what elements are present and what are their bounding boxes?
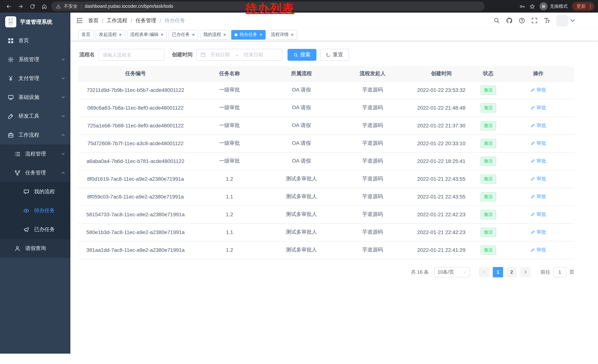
approve-button[interactable]: 审批: [531, 176, 546, 182]
tab-home[interactable]: 首页: [78, 30, 94, 40]
status-badge: 激活: [480, 210, 496, 219]
approve-button[interactable]: 审批: [531, 229, 546, 235]
fullscreen-icon[interactable]: [531, 17, 538, 24]
dashboard-icon: [8, 38, 14, 43]
next-page-button[interactable]: [520, 267, 531, 277]
status-badge: 激活: [480, 103, 496, 112]
sidebar-item-task-management[interactable]: 任务管理: [0, 163, 70, 182]
approve-button[interactable]: 审批: [531, 158, 546, 164]
task-name: 1.1: [193, 223, 266, 241]
chevron-down-icon: [61, 114, 65, 118]
sidebar-item-label: 任务管理: [25, 170, 46, 176]
browser-back-button[interactable]: [4, 1, 13, 11]
update-button[interactable]: 更新: [572, 2, 594, 11]
sidebar-item-home[interactable]: 首页: [0, 31, 70, 50]
sidebar-item-process-management[interactable]: 流程管理: [0, 145, 70, 163]
sidebar-item-done-task[interactable]: 已办任务: [0, 220, 70, 239]
initiator: 芋道源码: [337, 188, 408, 205]
search-button[interactable]: 搜索: [288, 49, 316, 61]
tab-close-icon[interactable]: ×: [224, 32, 226, 37]
browser-toolbar-right: 无痕模式 更新: [519, 2, 594, 11]
tab-todo-task[interactable]: 待办任务×: [231, 30, 266, 40]
initiator: 芋道源码: [337, 99, 408, 117]
tab-process-detail[interactable]: 流程详情×: [267, 30, 297, 40]
tab-close-icon[interactable]: ×: [259, 32, 262, 37]
approve-button[interactable]: 审批: [531, 140, 546, 147]
page-size-select[interactable]: 10条/页: [434, 267, 470, 277]
breadcrumb-item[interactable]: 工作流程: [107, 17, 127, 24]
prev-page-button[interactable]: [479, 267, 490, 277]
edit-icon: [531, 212, 535, 217]
sidebar-item-todo-task[interactable]: 待办任务: [0, 201, 70, 220]
approve-button[interactable]: 审批: [531, 193, 546, 200]
tab-process-form-edit[interactable]: 流程表单-编辑×: [127, 30, 167, 40]
app-logo-row[interactable]: 芋道管理系统: [0, 13, 70, 31]
process-name: 测试多审批人: [266, 205, 337, 223]
page-button-1[interactable]: 1: [493, 267, 503, 277]
approve-button[interactable]: 审批: [531, 247, 546, 253]
tab-close-icon[interactable]: ×: [161, 32, 163, 37]
tab-label: 我的流程: [203, 32, 221, 38]
sidebar-item-infrastructure[interactable]: 基础设施: [0, 88, 70, 107]
table-header-row: 任务编号任务名称所属流程流程发起人创建时间状态操作: [78, 66, 574, 81]
bookmark-star-icon[interactable]: [530, 4, 535, 9]
sidebar-item-dev-tools[interactable]: 研发工具: [0, 107, 70, 126]
breadcrumb-item[interactable]: 首页: [88, 17, 99, 24]
process-name: 测试多审批人: [266, 188, 337, 205]
breadcrumb-item[interactable]: 任务管理: [136, 17, 156, 24]
process-name-label: 流程名: [79, 51, 95, 58]
date-range-picker[interactable]: 开始日期 - 结束日期: [196, 49, 282, 61]
task-id: 8f0d1619-7ac8-11ec-a9e2-a2380e71991a: [78, 170, 193, 188]
browser-menu-dots-icon[interactable]: [588, 4, 593, 9]
tab-start-process[interactable]: 发起流程×: [96, 30, 125, 40]
status-badge: 激活: [480, 227, 496, 237]
created-time: 2022-01-21 22:42:23: [409, 223, 474, 241]
sidebar-collapse-button[interactable]: [76, 17, 83, 24]
gear-icon: [8, 57, 14, 62]
user-menu[interactable]: [556, 15, 576, 26]
not-secure-warning-icon[interactable]: [56, 4, 61, 9]
header-search-icon[interactable]: [493, 17, 500, 24]
task-name: 一级审批: [193, 134, 266, 152]
task-id: 8f059c03-7ac8-11ec-a9e2-a2380e71991a: [78, 188, 193, 205]
process-name-input[interactable]: [99, 49, 165, 61]
browser-forward-button[interactable]: [16, 1, 25, 11]
github-icon[interactable]: [506, 17, 512, 24]
browser-chrome: 不安全 | dashboard.yudao.iocoder.cn/bpm/tas…: [0, 0, 598, 13]
sidebar-item-label: 首页: [18, 37, 29, 44]
approve-button[interactable]: 审批: [531, 211, 546, 218]
sidebar-item-payment-management[interactable]: 支付管理: [0, 69, 70, 88]
tools-icon: [8, 113, 14, 119]
sidebar-item-leave-query[interactable]: 请假查询: [0, 239, 70, 258]
approve-button[interactable]: 审批: [531, 87, 546, 93]
approve-button[interactable]: 审批: [531, 105, 546, 111]
sidebar-item-workflow[interactable]: 工作流程: [0, 126, 70, 145]
incognito-label: 无痕模式: [550, 3, 568, 9]
tab-close-icon[interactable]: ×: [192, 32, 195, 37]
password-key-icon[interactable]: [519, 4, 525, 9]
avatar[interactable]: [556, 15, 568, 26]
help-icon[interactable]: [519, 17, 525, 24]
table-row: 75d72608-7b7f-11ec-a3c8-acde48001122一级审批…: [78, 134, 574, 152]
breadcrumb-item: 待办任务: [164, 17, 185, 24]
url-text: dashboard.yudao.iocoder.cn/bpm/task/todo: [85, 4, 173, 9]
tab-close-icon[interactable]: ×: [291, 32, 294, 37]
tab-my-process[interactable]: 我的流程×: [200, 30, 230, 40]
created-time: 2022-01-21 22:41:29: [409, 241, 474, 259]
created-time: 2022-01-21 22:43:55: [409, 188, 474, 205]
tab-done-task[interactable]: 已办任务×: [169, 30, 198, 40]
font-size-icon[interactable]: [544, 17, 550, 24]
goto-page-input[interactable]: [554, 267, 566, 277]
reset-button[interactable]: 重置: [320, 49, 349, 61]
sidebar-item-my-process[interactable]: 我的流程: [0, 182, 70, 201]
browser-window: 不安全 | dashboard.yudao.iocoder.cn/bpm/tas…: [0, 0, 598, 354]
date-range-separator: -: [234, 52, 239, 57]
tab-close-icon[interactable]: ×: [119, 32, 122, 37]
browser-reload-button[interactable]: [27, 1, 37, 11]
table-row: 8f0d1619-7ac8-11ec-a9e2-a2380e71991a1.2测…: [78, 170, 574, 188]
approve-button[interactable]: 审批: [531, 122, 546, 129]
browser-home-button[interactable]: [39, 1, 49, 11]
page-button-2[interactable]: 2: [507, 267, 517, 277]
leave-icon: [14, 245, 21, 251]
sidebar-item-system-management[interactable]: 系统管理: [0, 50, 70, 69]
